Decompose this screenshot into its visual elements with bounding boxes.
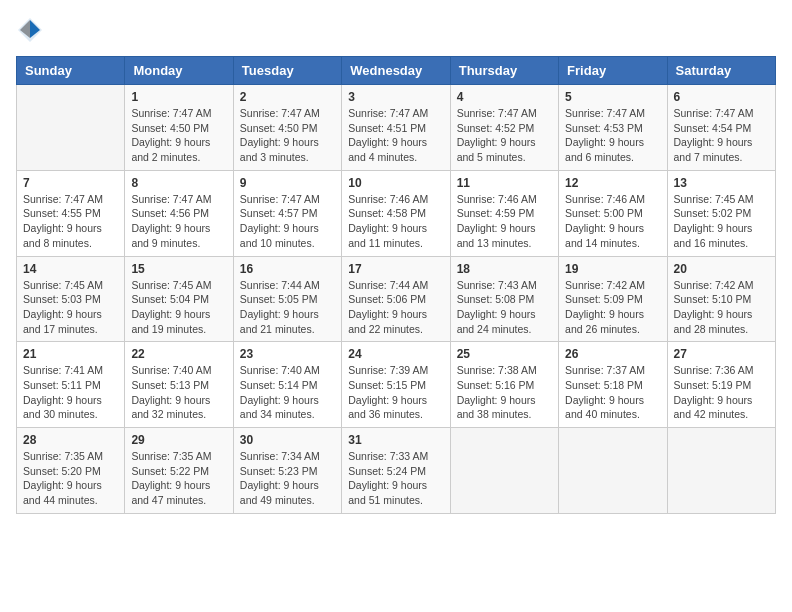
calendar-cell: 13Sunrise: 7:45 AMSunset: 5:02 PMDayligh…	[667, 170, 775, 256]
calendar-cell	[17, 85, 125, 171]
day-info: Sunrise: 7:46 AMSunset: 5:00 PMDaylight:…	[565, 192, 660, 251]
weekday-header-monday: Monday	[125, 57, 233, 85]
day-number: 14	[23, 262, 118, 276]
calendar-cell: 11Sunrise: 7:46 AMSunset: 4:59 PMDayligh…	[450, 170, 558, 256]
calendar-cell: 24Sunrise: 7:39 AMSunset: 5:15 PMDayligh…	[342, 342, 450, 428]
day-info: Sunrise: 7:47 AMSunset: 4:57 PMDaylight:…	[240, 192, 335, 251]
day-info: Sunrise: 7:45 AMSunset: 5:02 PMDaylight:…	[674, 192, 769, 251]
day-info: Sunrise: 7:42 AMSunset: 5:10 PMDaylight:…	[674, 278, 769, 337]
day-info: Sunrise: 7:47 AMSunset: 4:51 PMDaylight:…	[348, 106, 443, 165]
calendar-cell: 7Sunrise: 7:47 AMSunset: 4:55 PMDaylight…	[17, 170, 125, 256]
calendar-cell	[667, 428, 775, 514]
day-number: 22	[131, 347, 226, 361]
day-number: 2	[240, 90, 335, 104]
weekday-header-tuesday: Tuesday	[233, 57, 341, 85]
day-number: 9	[240, 176, 335, 190]
day-info: Sunrise: 7:45 AMSunset: 5:04 PMDaylight:…	[131, 278, 226, 337]
calendar-cell: 6Sunrise: 7:47 AMSunset: 4:54 PMDaylight…	[667, 85, 775, 171]
day-info: Sunrise: 7:47 AMSunset: 4:54 PMDaylight:…	[674, 106, 769, 165]
calendar-cell: 14Sunrise: 7:45 AMSunset: 5:03 PMDayligh…	[17, 256, 125, 342]
day-number: 7	[23, 176, 118, 190]
day-info: Sunrise: 7:39 AMSunset: 5:15 PMDaylight:…	[348, 363, 443, 422]
day-info: Sunrise: 7:47 AMSunset: 4:52 PMDaylight:…	[457, 106, 552, 165]
day-number: 27	[674, 347, 769, 361]
weekday-header-thursday: Thursday	[450, 57, 558, 85]
day-number: 10	[348, 176, 443, 190]
calendar-cell	[559, 428, 667, 514]
weekday-header-friday: Friday	[559, 57, 667, 85]
day-info: Sunrise: 7:47 AMSunset: 4:56 PMDaylight:…	[131, 192, 226, 251]
calendar-week-row: 28Sunrise: 7:35 AMSunset: 5:20 PMDayligh…	[17, 428, 776, 514]
calendar-cell: 4Sunrise: 7:47 AMSunset: 4:52 PMDaylight…	[450, 85, 558, 171]
day-number: 26	[565, 347, 660, 361]
day-number: 6	[674, 90, 769, 104]
calendar-week-row: 14Sunrise: 7:45 AMSunset: 5:03 PMDayligh…	[17, 256, 776, 342]
calendar-cell: 1Sunrise: 7:47 AMSunset: 4:50 PMDaylight…	[125, 85, 233, 171]
calendar-cell: 8Sunrise: 7:47 AMSunset: 4:56 PMDaylight…	[125, 170, 233, 256]
day-number: 24	[348, 347, 443, 361]
day-info: Sunrise: 7:46 AMSunset: 4:59 PMDaylight:…	[457, 192, 552, 251]
calendar-cell: 16Sunrise: 7:44 AMSunset: 5:05 PMDayligh…	[233, 256, 341, 342]
day-number: 17	[348, 262, 443, 276]
day-info: Sunrise: 7:47 AMSunset: 4:53 PMDaylight:…	[565, 106, 660, 165]
day-number: 19	[565, 262, 660, 276]
weekday-header-row: SundayMondayTuesdayWednesdayThursdayFrid…	[17, 57, 776, 85]
calendar-cell: 27Sunrise: 7:36 AMSunset: 5:19 PMDayligh…	[667, 342, 775, 428]
logo-icon	[16, 16, 44, 44]
weekday-header-sunday: Sunday	[17, 57, 125, 85]
calendar-week-row: 1Sunrise: 7:47 AMSunset: 4:50 PMDaylight…	[17, 85, 776, 171]
logo	[16, 16, 48, 44]
calendar-cell	[450, 428, 558, 514]
calendar-cell: 18Sunrise: 7:43 AMSunset: 5:08 PMDayligh…	[450, 256, 558, 342]
day-number: 25	[457, 347, 552, 361]
day-info: Sunrise: 7:47 AMSunset: 4:55 PMDaylight:…	[23, 192, 118, 251]
calendar-cell: 29Sunrise: 7:35 AMSunset: 5:22 PMDayligh…	[125, 428, 233, 514]
day-info: Sunrise: 7:45 AMSunset: 5:03 PMDaylight:…	[23, 278, 118, 337]
calendar-cell: 5Sunrise: 7:47 AMSunset: 4:53 PMDaylight…	[559, 85, 667, 171]
calendar-cell: 12Sunrise: 7:46 AMSunset: 5:00 PMDayligh…	[559, 170, 667, 256]
day-number: 30	[240, 433, 335, 447]
day-number: 4	[457, 90, 552, 104]
day-number: 28	[23, 433, 118, 447]
day-info: Sunrise: 7:43 AMSunset: 5:08 PMDaylight:…	[457, 278, 552, 337]
calendar-cell: 2Sunrise: 7:47 AMSunset: 4:50 PMDaylight…	[233, 85, 341, 171]
day-number: 21	[23, 347, 118, 361]
day-info: Sunrise: 7:34 AMSunset: 5:23 PMDaylight:…	[240, 449, 335, 508]
day-number: 1	[131, 90, 226, 104]
day-info: Sunrise: 7:44 AMSunset: 5:05 PMDaylight:…	[240, 278, 335, 337]
calendar-cell: 25Sunrise: 7:38 AMSunset: 5:16 PMDayligh…	[450, 342, 558, 428]
day-number: 15	[131, 262, 226, 276]
day-number: 8	[131, 176, 226, 190]
day-info: Sunrise: 7:41 AMSunset: 5:11 PMDaylight:…	[23, 363, 118, 422]
calendar-cell: 9Sunrise: 7:47 AMSunset: 4:57 PMDaylight…	[233, 170, 341, 256]
day-info: Sunrise: 7:33 AMSunset: 5:24 PMDaylight:…	[348, 449, 443, 508]
calendar-cell: 20Sunrise: 7:42 AMSunset: 5:10 PMDayligh…	[667, 256, 775, 342]
calendar-week-row: 21Sunrise: 7:41 AMSunset: 5:11 PMDayligh…	[17, 342, 776, 428]
day-info: Sunrise: 7:36 AMSunset: 5:19 PMDaylight:…	[674, 363, 769, 422]
calendar-cell: 15Sunrise: 7:45 AMSunset: 5:04 PMDayligh…	[125, 256, 233, 342]
calendar-cell: 22Sunrise: 7:40 AMSunset: 5:13 PMDayligh…	[125, 342, 233, 428]
day-info: Sunrise: 7:44 AMSunset: 5:06 PMDaylight:…	[348, 278, 443, 337]
day-number: 20	[674, 262, 769, 276]
header	[16, 16, 776, 44]
day-number: 16	[240, 262, 335, 276]
day-info: Sunrise: 7:47 AMSunset: 4:50 PMDaylight:…	[131, 106, 226, 165]
day-info: Sunrise: 7:40 AMSunset: 5:13 PMDaylight:…	[131, 363, 226, 422]
day-info: Sunrise: 7:40 AMSunset: 5:14 PMDaylight:…	[240, 363, 335, 422]
weekday-header-saturday: Saturday	[667, 57, 775, 85]
calendar-cell: 31Sunrise: 7:33 AMSunset: 5:24 PMDayligh…	[342, 428, 450, 514]
day-info: Sunrise: 7:47 AMSunset: 4:50 PMDaylight:…	[240, 106, 335, 165]
calendar-table: SundayMondayTuesdayWednesdayThursdayFrid…	[16, 56, 776, 514]
day-info: Sunrise: 7:38 AMSunset: 5:16 PMDaylight:…	[457, 363, 552, 422]
day-info: Sunrise: 7:35 AMSunset: 5:22 PMDaylight:…	[131, 449, 226, 508]
calendar-week-row: 7Sunrise: 7:47 AMSunset: 4:55 PMDaylight…	[17, 170, 776, 256]
calendar-cell: 19Sunrise: 7:42 AMSunset: 5:09 PMDayligh…	[559, 256, 667, 342]
calendar-cell: 30Sunrise: 7:34 AMSunset: 5:23 PMDayligh…	[233, 428, 341, 514]
day-info: Sunrise: 7:46 AMSunset: 4:58 PMDaylight:…	[348, 192, 443, 251]
day-number: 11	[457, 176, 552, 190]
day-number: 13	[674, 176, 769, 190]
calendar-cell: 28Sunrise: 7:35 AMSunset: 5:20 PMDayligh…	[17, 428, 125, 514]
calendar-cell: 3Sunrise: 7:47 AMSunset: 4:51 PMDaylight…	[342, 85, 450, 171]
calendar-cell: 17Sunrise: 7:44 AMSunset: 5:06 PMDayligh…	[342, 256, 450, 342]
weekday-header-wednesday: Wednesday	[342, 57, 450, 85]
